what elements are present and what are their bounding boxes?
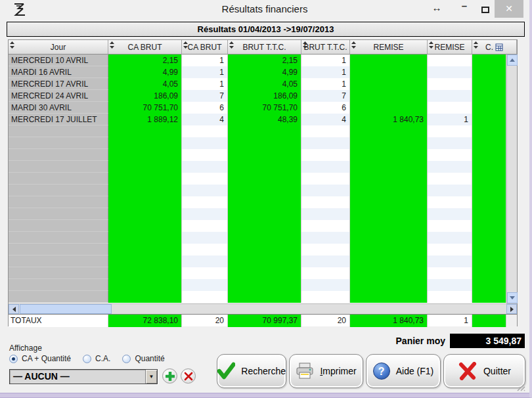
table-cell — [182, 208, 228, 220]
table-cell — [301, 196, 350, 208]
table-cell — [428, 125, 472, 137]
table-row-empty — [9, 232, 506, 244]
table-cell — [228, 232, 301, 244]
table-cell — [472, 232, 506, 244]
scroll-down-button[interactable] — [507, 292, 518, 303]
filter-select[interactable]: — AUCUN — ▼ — [9, 369, 158, 384]
table-cell — [182, 267, 228, 279]
quitter-button[interactable]: Quitter — [443, 354, 525, 388]
radio-icon — [122, 355, 131, 363]
add-filter-button[interactable] — [162, 368, 177, 384]
table-row[interactable]: MARDI 30 AVRIL70 751,70670 751,706 — [9, 102, 506, 114]
app-window: Résultats financiers ↔ – ✕ Résultats 01/… — [0, 0, 532, 398]
table-cell — [182, 185, 228, 196]
restore-size-icon[interactable]: ↔ — [428, 0, 445, 18]
scroll-up-button[interactable] — [507, 55, 518, 66]
table-cell — [428, 196, 472, 208]
table-cell — [428, 173, 472, 185]
table-cell: 4,05 — [228, 78, 301, 90]
table-cell — [472, 78, 506, 90]
table-cell — [350, 185, 428, 196]
table-cell — [9, 267, 108, 279]
resize-grip[interactable] — [516, 382, 525, 391]
table-cell — [428, 208, 472, 220]
table-cell — [350, 78, 428, 90]
totals-cell: 20 — [301, 315, 350, 327]
table-cell — [350, 255, 428, 267]
table-cell — [350, 66, 428, 78]
table-cell: 70 751,70 — [228, 102, 301, 114]
table-row[interactable]: MERCREDI 17 AVRIL4,0514,051 — [9, 78, 506, 90]
imprimer-button[interactable]: Imprimer — [289, 354, 363, 388]
column-header[interactable]: Jour — [9, 40, 108, 55]
button-label: Quitter — [483, 366, 511, 376]
close-button[interactable]: ✕ — [495, 0, 523, 18]
table-cell — [472, 279, 506, 291]
table-cell — [108, 185, 182, 196]
table-cell: 2,15 — [228, 55, 301, 66]
table-cell — [9, 196, 108, 208]
table-row-empty — [9, 185, 506, 196]
table-row[interactable]: MERCREDI 17 JUILLET1 889,12448,3941 840,… — [9, 114, 506, 125]
column-header[interactable]: C. — [472, 40, 517, 55]
totals-cell: 20 — [182, 315, 228, 327]
table-cell — [350, 267, 428, 279]
table-cell — [428, 255, 472, 267]
column-header[interactable]: REMISE — [428, 40, 472, 55]
table-row-empty — [9, 244, 506, 255]
table-cell — [350, 55, 428, 66]
horizontal-scrollbar-thumb[interactable] — [20, 304, 112, 314]
table-cell — [350, 137, 428, 149]
table-cell: 6 — [301, 102, 350, 114]
column-header[interactable]: CA BRUT — [182, 40, 228, 55]
totals-label: TOTAUX — [9, 315, 108, 327]
table-cell — [228, 149, 301, 161]
column-header[interactable]: BRUT T.T.C. — [228, 40, 301, 55]
table-cell — [472, 173, 506, 185]
window-title: Résultats financiers — [0, 0, 529, 18]
table-cell — [350, 90, 428, 102]
table-row[interactable]: MARDI 16 AVRIL4,9914,991 — [9, 66, 506, 78]
table-row[interactable]: MERCREDI 24 AVRIL186,097186,097 — [9, 90, 506, 102]
results-period-banner: Résultats 01/04/2013 ->19/07/2013 — [7, 22, 525, 37]
table-cell — [228, 291, 301, 303]
horizontal-scrollbar[interactable] — [9, 303, 517, 314]
table-cell — [182, 279, 228, 291]
aide-button[interactable]: ? Aide (F1) — [366, 354, 441, 388]
radio-ca-quantite[interactable]: CA + Quantité — [9, 354, 71, 363]
table-cell: MERCREDI 24 AVRIL — [9, 90, 108, 102]
table-cell — [108, 291, 182, 303]
arrow-up-icon — [510, 58, 515, 62]
table-cell: 1 — [182, 78, 228, 90]
maximize-button[interactable] — [477, 0, 494, 18]
scroll-left-button[interactable] — [9, 304, 19, 314]
button-label: Aide (F1) — [396, 366, 434, 376]
chevron-down-icon[interactable]: ▼ — [145, 370, 157, 384]
recherche-button[interactable]: Recherche — [217, 354, 286, 388]
vertical-scrollbar[interactable] — [506, 55, 517, 303]
minimize-button[interactable]: – — [456, 0, 473, 18]
table-cell — [108, 255, 182, 267]
column-header[interactable]: CA BRUT — [108, 40, 182, 55]
table-cell — [228, 279, 301, 291]
table-cell: 186,09 — [228, 90, 301, 102]
radio-icon — [9, 355, 18, 363]
table-row-empty — [9, 149, 506, 161]
table-cell: 4,99 — [228, 66, 301, 78]
column-header[interactable]: BRUT T.T.C. — [301, 40, 350, 55]
table-cell — [472, 196, 506, 208]
red-x-icon — [458, 362, 477, 380]
table-cell: 4 — [182, 114, 228, 125]
table-cell — [228, 137, 301, 149]
table-cell — [9, 279, 108, 291]
window-bottom-border — [0, 393, 529, 397]
radio-ca[interactable]: C.A. — [83, 354, 110, 363]
delete-filter-button[interactable] — [181, 368, 196, 384]
scroll-right-button[interactable] — [506, 304, 517, 314]
radio-quantite[interactable]: Quantité — [122, 354, 164, 363]
column-header-label: Jour — [51, 43, 66, 52]
table-cell — [350, 279, 428, 291]
table-row[interactable]: MERCREDI 10 AVRIL2,1512,151 — [9, 55, 506, 66]
column-header-label: BRUT T.T.C. — [242, 43, 286, 52]
column-header[interactable]: REMISE — [350, 40, 428, 55]
